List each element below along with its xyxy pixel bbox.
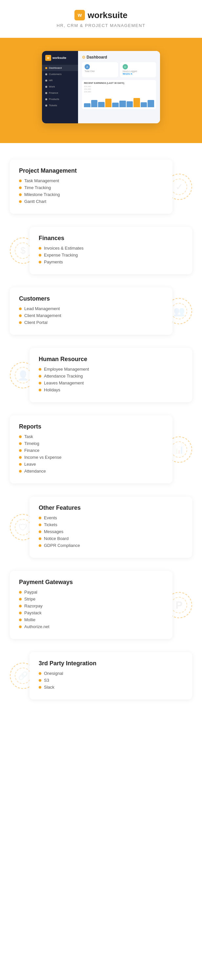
list-item: Gantt Chart xyxy=(19,199,163,204)
feature-card-human-resource: Human Resource Employee Management Atten… xyxy=(30,348,192,402)
bullet-icon xyxy=(19,436,22,438)
list-item: Stripe xyxy=(19,597,163,601)
stat-card-hours: D Hours Logged 50131 h xyxy=(120,62,156,77)
sidebar-item-dashboard[interactable]: Dashboard xyxy=(42,65,78,71)
list-item: Task Management xyxy=(19,178,163,183)
feature-title-project-management: Project Management xyxy=(19,167,163,174)
dashboard-title: ⊙ Dashboard xyxy=(82,55,156,59)
list-item: Client Portal xyxy=(19,320,163,325)
list-item: Leaves Management xyxy=(39,380,183,385)
bullet-icon xyxy=(19,180,22,182)
stat-label-hours: Hours Logged xyxy=(123,70,153,72)
list-item: S3 xyxy=(39,678,183,683)
feature-list-human-resource: Employee Management Attendance Tracking … xyxy=(39,367,183,392)
chart-y-label-200k: 200,000 xyxy=(84,86,154,88)
feature-title-finances: Finances xyxy=(39,235,183,242)
feature-block-finances: Finances Invoices & Estimates Expense Tr… xyxy=(10,227,192,274)
features-section: Project Management Task Management Time … xyxy=(0,150,202,716)
bullet-icon xyxy=(39,537,41,540)
list-item: Holidays xyxy=(39,387,183,392)
bullet-icon xyxy=(19,605,22,608)
list-item: Client Management xyxy=(19,313,163,318)
bullet-icon xyxy=(39,679,41,682)
bar-5 xyxy=(112,103,119,107)
bullet-icon xyxy=(19,598,22,600)
deco-icon: 📊 xyxy=(174,445,184,454)
bullet-icon xyxy=(39,254,41,256)
bar-6 xyxy=(119,101,126,107)
bar-1 xyxy=(84,103,90,107)
bullet-icon xyxy=(19,625,22,628)
list-item: Income vs Expense xyxy=(19,455,163,460)
earnings-card: RECENT EARNINGS (LAST 30 DAYS) 200,000 1… xyxy=(82,80,156,109)
list-item: Timelog xyxy=(19,441,163,446)
bullet-icon xyxy=(19,321,22,324)
list-item: Slack xyxy=(39,685,183,690)
list-item: Milestone Tracking xyxy=(19,192,163,197)
feature-list-other-features: Events Tickets Messages Notice Board GDP… xyxy=(39,515,183,548)
sidebar-logo: w worksuite xyxy=(42,55,78,65)
list-item: Attendance Tracking xyxy=(39,374,183,379)
stat-value-hours: 50131 h xyxy=(123,72,153,75)
feature-block-human-resource: Human Resource Employee Management Atten… xyxy=(10,348,192,402)
bullet-icon xyxy=(39,389,41,391)
list-item: Razorpay xyxy=(19,603,163,608)
list-item: Onesignal xyxy=(39,671,183,676)
list-item: Lead Management xyxy=(19,306,163,311)
feature-block-payment-gateways: Payment Gateways Paypal Stripe Razorpay … xyxy=(10,571,192,639)
feature-list-finances: Invoices & Estimates Expense Tracking Pa… xyxy=(39,246,183,264)
bar-3 xyxy=(98,102,105,107)
sidebar-item-hr[interactable]: HR xyxy=(42,77,78,84)
list-item: Paypal xyxy=(19,590,163,595)
bullet-icon xyxy=(39,368,41,371)
list-item: Tickets xyxy=(39,522,183,527)
logo-name: worksuite xyxy=(88,10,127,21)
bullet-icon xyxy=(39,375,41,377)
bullet-icon xyxy=(19,193,22,196)
list-item: Mollie xyxy=(19,617,163,622)
feature-title-other-features: Other Features xyxy=(39,504,183,511)
list-item: Events xyxy=(39,515,183,520)
sidebar-item-tickets[interactable]: Tickets xyxy=(42,102,78,108)
list-item: Task xyxy=(19,434,163,439)
deco-icon: $ xyxy=(21,245,25,256)
feature-block-other-features: Other Features Events Tickets Messages N… xyxy=(10,496,192,558)
feature-list-payment-gateways: Paypal Stripe Razorpay Paystack Mollie A… xyxy=(19,590,163,629)
logo-icon: w xyxy=(74,10,85,21)
deco-icon: 👥 xyxy=(174,306,185,317)
feature-card-customers: Customers Lead Management Client Managem… xyxy=(10,288,172,335)
bullet-icon xyxy=(39,672,41,675)
list-item: Authorize.net xyxy=(19,624,163,629)
feature-title-third-party: 3rd Party Integration xyxy=(39,660,183,667)
bullet-icon xyxy=(39,382,41,385)
feature-list-customers: Lead Management Client Management Client… xyxy=(19,306,163,325)
earnings-title: RECENT EARNINGS (LAST 30 DAYS) xyxy=(84,82,154,84)
bar-4 xyxy=(105,99,112,107)
bullet-icon xyxy=(19,619,22,621)
list-item: Notice Board xyxy=(39,536,183,541)
sidebar-item-products[interactable]: Products xyxy=(42,96,78,102)
sidebar-item-work[interactable]: Work xyxy=(42,84,78,90)
sidebar-item-finance[interactable]: Finance xyxy=(42,90,78,96)
dashboard-card: w worksuite Dashboard Customers HR Work xyxy=(42,51,160,123)
feature-list-reports: Task Timelog Finance Income vs Expense L… xyxy=(19,434,163,474)
bar-7 xyxy=(126,101,133,107)
feature-card-finances: Finances Invoices & Estimates Expense Tr… xyxy=(30,227,192,274)
list-item: Employee Management xyxy=(39,367,183,372)
feature-block-reports: Reports Task Timelog Finance Income vs E… xyxy=(10,415,192,484)
bullet-icon xyxy=(19,470,22,473)
bullet-icon xyxy=(39,686,41,689)
sidebar-logo-text: worksuite xyxy=(52,56,66,59)
bar-8 xyxy=(134,98,140,107)
dashboard-preview-section: w worksuite Dashboard Customers HR Work xyxy=(0,38,202,143)
feature-title-customers: Customers xyxy=(19,295,163,302)
list-item: Invoices & Estimates xyxy=(39,246,183,251)
feature-block-third-party: 3rd Party Integration Onesignal S3 Slack… xyxy=(10,652,192,700)
list-item: Finance xyxy=(19,448,163,453)
chart-bars xyxy=(84,94,154,107)
tagline: HR, CRM & PROJECT MANAGEMENT xyxy=(6,23,196,28)
page-header: w worksuite HR, CRM & PROJECT MANAGEMENT xyxy=(0,0,202,31)
deco-icon: 👤 xyxy=(17,370,29,380)
list-item: GDPR Compliance xyxy=(39,543,183,548)
sidebar-item-customers[interactable]: Customers xyxy=(42,71,78,77)
